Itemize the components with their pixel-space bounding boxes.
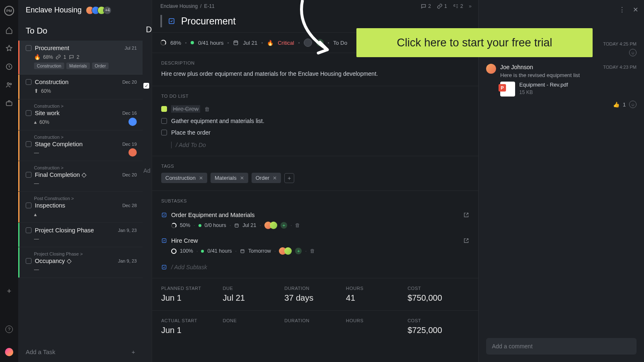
- todo-checkbox[interactable]: [161, 118, 167, 124]
- description-text[interactable]: Hire crew plus order equipment and mater…: [161, 70, 469, 78]
- todo-item[interactable]: Hire Crew🗑: [161, 103, 469, 115]
- comment-attachment[interactable]: PEquipment - Rev.pdf15 KB: [500, 82, 637, 97]
- comments-count[interactable]: 2: [421, 3, 431, 9]
- current-user-avatar[interactable]: [5, 348, 13, 356]
- add-todo-input[interactable]: / Add To Do: [161, 138, 469, 148]
- task-hours: 0/41 hours: [198, 40, 223, 46]
- briefcase-icon[interactable]: [5, 99, 13, 107]
- todo-checkbox[interactable]: [161, 106, 167, 112]
- task-card[interactable]: Construction >Stage CompletionDec 19—: [18, 130, 143, 161]
- todo-item[interactable]: Gather equipment and materials list.: [161, 115, 469, 127]
- tag-chip[interactable]: Materials✕: [211, 173, 248, 183]
- task-card[interactable]: Construction >Site workDec 16▴60%: [18, 99, 143, 130]
- task-card[interactable]: Project Closing PhaseJan 9, 23—: [18, 223, 143, 247]
- task-checkbox[interactable]: [26, 227, 31, 233]
- open-icon[interactable]: [463, 238, 469, 244]
- task-checkbox[interactable]: [26, 258, 31, 264]
- open-icon[interactable]: [463, 212, 469, 218]
- people-icon[interactable]: [5, 81, 13, 89]
- add-assignee-button[interactable]: +: [316, 39, 324, 46]
- add-reaction-button[interactable]: ☺: [629, 49, 637, 56]
- trash-icon[interactable]: 🗑: [310, 248, 315, 254]
- cta-text: Click here to start your free trial: [397, 36, 552, 49]
- todo-item[interactable]: Place the order: [161, 127, 469, 138]
- assignee-avatar[interactable]: [304, 39, 312, 47]
- add-assignee-button[interactable]: +: [295, 248, 302, 254]
- attachment-size: 15 KB: [519, 89, 568, 95]
- description-label: Description: [161, 60, 469, 65]
- task-checkbox[interactable]: [26, 203, 31, 208]
- task-due[interactable]: Jul 21: [243, 40, 257, 46]
- priority-icon: ▴: [34, 211, 37, 217]
- trash-icon[interactable]: 🗑: [295, 222, 300, 228]
- task-card[interactable]: Post Construction >InspectionsDec 28▴: [18, 192, 143, 223]
- close-icon[interactable]: ✕: [633, 6, 638, 14]
- task-date: Jan 9, 23: [118, 258, 137, 263]
- project-name[interactable]: Enclave Housing: [26, 6, 82, 14]
- thumbs-up-icon[interactable]: 👍: [613, 101, 620, 108]
- subtask-item[interactable]: Hire Crew 100%·0/41 hours·Tomorrow·+·🗑: [161, 233, 469, 259]
- task-date: Dec 20: [122, 172, 137, 177]
- help-icon[interactable]: ?: [5, 326, 13, 333]
- stat-label: Cost: [407, 286, 469, 291]
- project-avatars[interactable]: +4: [86, 6, 111, 14]
- assignee-avatar[interactable]: [270, 222, 277, 229]
- task-card[interactable]: Project Closing Phase >Occupancy ◇Jan 9,…: [18, 247, 143, 278]
- app-logo[interactable]: PM: [4, 6, 14, 16]
- remove-tag-icon[interactable]: ✕: [273, 175, 277, 181]
- task-card[interactable]: Construction >Final Completion ◇Dec 20—: [18, 161, 143, 192]
- task-title[interactable]: Procurement: [181, 16, 236, 27]
- stat-value: Jul 21: [223, 293, 285, 303]
- add-reaction-button[interactable]: ☺: [629, 101, 637, 108]
- task-name: Stage Completion: [35, 141, 119, 147]
- comment-avatar[interactable]: [486, 64, 496, 74]
- subtask-item[interactable]: Order Equipment and Materials 50%·0/0 ho…: [161, 208, 469, 233]
- tag-chip[interactable]: Order✕: [252, 173, 281, 183]
- comment-input[interactable]: Add a comment: [486, 338, 637, 355]
- more-menu-icon[interactable]: ⋮: [619, 6, 625, 14]
- task-checkbox[interactable]: [26, 110, 31, 116]
- task-name: Site work: [35, 110, 119, 116]
- task-percent: —: [34, 181, 39, 186]
- tag-chip[interactable]: Construction✕: [161, 173, 207, 183]
- todo-checkbox[interactable]: [161, 130, 167, 135]
- task-breadcrumb: Project Closing Phase >: [34, 251, 137, 256]
- task-checkbox[interactable]: [26, 172, 31, 178]
- svg-rect-5: [234, 41, 238, 45]
- task-card[interactable]: ConstructionDec 20⬆60%: [18, 75, 143, 99]
- home-icon[interactable]: [5, 27, 13, 34]
- task-breadcrumb: Construction >: [34, 135, 137, 140]
- add-subtask-input[interactable]: / Add Subtask: [161, 259, 469, 270]
- task-status[interactable]: To Do: [333, 40, 347, 46]
- svg-point-2: [10, 83, 12, 85]
- task-icon: [161, 212, 167, 218]
- assignee-avatar[interactable]: [284, 247, 292, 255]
- add-assignee-button[interactable]: +: [281, 222, 287, 229]
- task-checkbox[interactable]: [26, 79, 31, 85]
- trash-icon[interactable]: 🗑: [204, 106, 210, 112]
- add-tag-button[interactable]: +: [284, 173, 294, 183]
- task-checkbox[interactable]: [26, 45, 31, 51]
- activity-icon[interactable]: [5, 45, 13, 52]
- add-task-button[interactable]: Add a Task +: [18, 342, 143, 362]
- avatar-more-count[interactable]: +4: [103, 6, 111, 14]
- task-checkbox[interactable]: [26, 141, 31, 147]
- cta-banner[interactable]: Click here to start your free trial: [356, 28, 593, 57]
- links-count[interactable]: 1: [437, 3, 447, 9]
- progress-ring-icon: [160, 40, 166, 46]
- remove-tag-icon[interactable]: ✕: [199, 175, 203, 181]
- clock-icon[interactable]: [5, 63, 13, 70]
- add-icon[interactable]: +: [7, 287, 12, 296]
- priority-edge: [18, 41, 19, 74]
- assignee-avatar[interactable]: [128, 118, 137, 126]
- task-priority[interactable]: Critical: [278, 40, 294, 46]
- more-icon[interactable]: »: [469, 3, 472, 9]
- comment-time: TODAY 4:23 PM: [603, 65, 637, 70]
- breadcrumb[interactable]: Enclave Housing / E-11: [160, 3, 215, 9]
- subtasks-count[interactable]: 2: [453, 3, 463, 9]
- remove-tag-icon[interactable]: ✕: [240, 175, 244, 181]
- status-dot-icon: [201, 250, 204, 253]
- task-percent: —: [34, 267, 39, 273]
- assignee-avatar[interactable]: [128, 148, 137, 157]
- task-card[interactable]: ProcurementJul 21🔥68%12ConstructionMater…: [18, 41, 143, 75]
